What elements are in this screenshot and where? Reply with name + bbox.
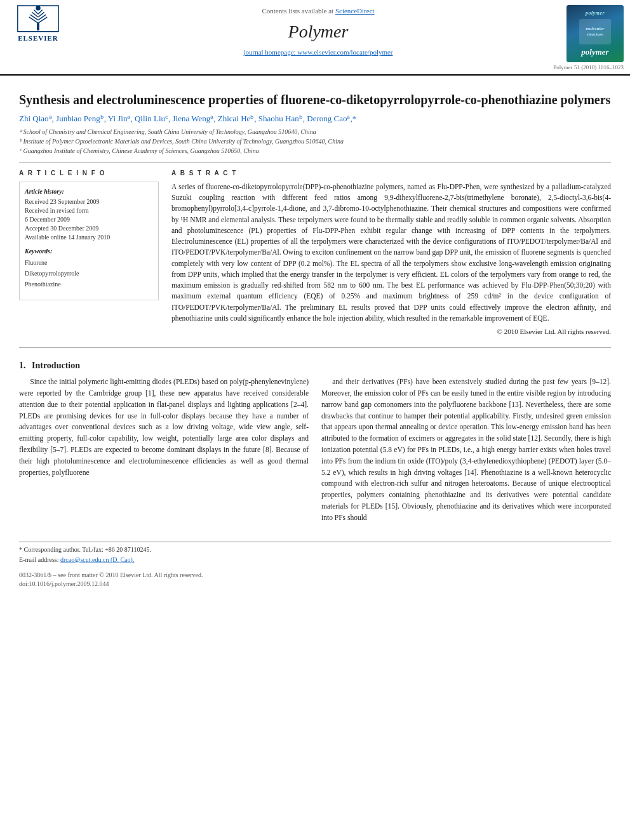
email-label: E-mail address: <box>19 556 58 563</box>
keywords-label: Keywords: <box>25 247 153 256</box>
abstract-text: A series of fluorene-co-diketopyrrolopyr… <box>171 182 611 337</box>
svg-line-1 <box>29 17 38 23</box>
article-title: Synthesis and electroluminescence proper… <box>19 91 611 108</box>
intro-number: 1. <box>19 361 26 370</box>
bottom-info: 0032-3861/$ – see front matter © 2010 El… <box>19 571 611 589</box>
svg-point-9 <box>36 6 41 11</box>
abstract-column: A B S T R A C T A series of fluorene-co-… <box>171 169 611 337</box>
svg-line-2 <box>30 15 38 20</box>
polymer-badge: polymer molecularstructure polymer <box>566 5 624 62</box>
intro-col2: and their derivatives (PFs) have been ex… <box>321 377 611 529</box>
article-info-column: A R T I C L E I N F O Article history: R… <box>19 169 159 337</box>
issn-line: 0032-3861/$ – see front matter © 2010 El… <box>19 571 611 580</box>
received-revised-label: Received in revised form <box>25 206 153 215</box>
sciencedirect-link[interactable]: ScienceDirect <box>335 7 375 15</box>
affiliation-c: ᶜ Guangzhou Institute of Chemistry, Chin… <box>19 147 611 156</box>
abstract-section-label: A B S T R A C T <box>171 169 611 178</box>
keyword-dpp: Diketopyrrolopyrrole <box>25 268 153 279</box>
journal-name: Polymer <box>83 19 554 44</box>
journal-center-info: Contents lists available at ScienceDirec… <box>70 5 566 58</box>
article-history-group: Article history: Received 23 September 2… <box>25 187 153 242</box>
keywords-list: Fluorene Diketopyrrolopyrrole Phenothiaz… <box>25 257 153 290</box>
intro-col1: Since the initial polymeric light-emitti… <box>19 377 309 529</box>
article-info-section-label: A R T I C L E I N F O <box>19 169 159 178</box>
affiliations: ᵃ School of Chemistry and Chemical Engin… <box>19 128 611 156</box>
corresponding-author: * Corresponding author. Tel./fax: +86 20… <box>19 545 611 554</box>
intro-title: Introduction <box>32 361 80 370</box>
affiliation-b: ᵇ Institute of Polymer Optoelectronic Ma… <box>19 137 611 146</box>
divider-2 <box>19 347 611 348</box>
svg-line-8 <box>38 10 43 15</box>
journal-citation: Polymer 51 (2010) 1016–1023 <box>0 62 630 74</box>
doi-line: doi:10.1016/j.polymer.2009.12.044 <box>19 580 611 589</box>
elsevier-label: ELSEVIER <box>18 34 58 43</box>
badge-label: polymer <box>579 46 611 58</box>
journal-header: ELSEVIER Contents lists available at Sci… <box>0 0 630 76</box>
divider-1 <box>19 162 611 163</box>
article-info-box: Article history: Received 23 September 2… <box>19 182 159 300</box>
keyword-phenothiazine: Phenothiazine <box>25 279 153 290</box>
svg-rect-0 <box>37 23 39 30</box>
copyright-notice: © 2010 Elsevier Ltd. All rights reserved… <box>171 326 611 337</box>
available-date: Available online 14 January 2010 <box>25 233 153 242</box>
email-link[interactable]: drcao@scut.edu.cn (D. Cao). <box>60 556 134 563</box>
journal-homepage: journal homepage: www.elsevier.com/locat… <box>83 46 554 58</box>
intro-section: 1. Introduction Since the initial polyme… <box>19 359 611 529</box>
history-label: Article history: <box>25 187 153 196</box>
keywords-group: Keywords: Fluorene Diketopyrrolopyrrole … <box>25 247 153 290</box>
elsevier-logo: ELSEVIER <box>6 5 70 43</box>
keyword-fluorene: Fluorene <box>25 257 153 268</box>
authors-line: Zhi Qiaoᵃ, Junbiao Pengᵇ, Yi Jinᵃ, Qilin… <box>19 113 611 124</box>
revised-date: 6 December 2009 <box>25 215 153 224</box>
homepage-link[interactable]: journal homepage: www.elsevier.com/locat… <box>243 48 392 56</box>
affiliation-a: ᵃ School of Chemistry and Chemical Engin… <box>19 128 611 137</box>
svg-line-5 <box>38 17 47 23</box>
intro-section-header: 1. Introduction <box>19 359 611 372</box>
email-line: E-mail address: drcao@scut.edu.cn (D. Ca… <box>19 556 611 564</box>
received-date: Received 23 September 2009 <box>25 197 153 206</box>
accepted-date: Accepted 30 December 2009 <box>25 224 153 233</box>
svg-line-6 <box>38 15 46 20</box>
footnote-area: * Corresponding author. Tel./fax: +86 20… <box>19 542 611 564</box>
svg-line-4 <box>34 10 38 15</box>
contents-text: Contents lists available at ScienceDirec… <box>262 7 374 15</box>
